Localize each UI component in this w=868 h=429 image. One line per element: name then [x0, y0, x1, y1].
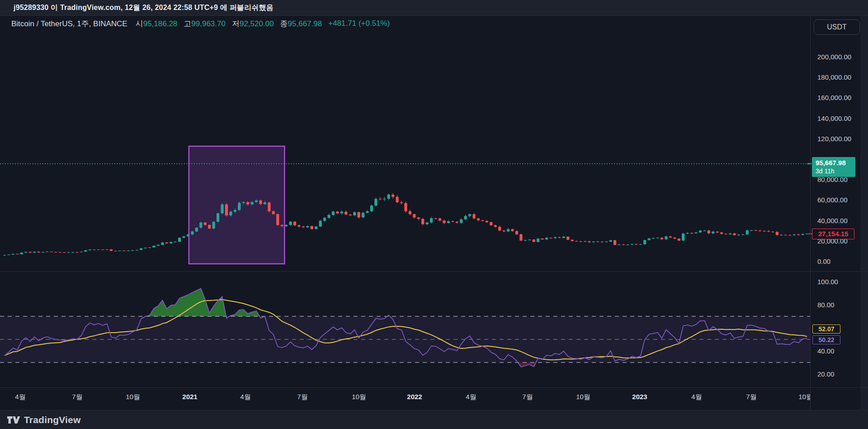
tradingview-brand-text[interactable]: TradingView	[24, 415, 81, 425]
publish-info-bar: j95289330 이 TradingView.com, 12월 26, 202…	[0, 0, 868, 16]
price-axis-label: 0.00	[817, 257, 830, 266]
time-axis-month-label: 10월	[567, 393, 599, 401]
price-axis-label: 120,000.00	[817, 134, 851, 143]
rsi-axis-label: 40.00	[817, 347, 835, 356]
bar-countdown: 3d 11h	[816, 167, 855, 175]
time-axis-month-label: 4월	[681, 393, 712, 401]
time-axis-year-label: 2022	[399, 393, 430, 400]
candlestick-series	[3, 193, 808, 256]
rsi-axis-label: 100.00	[817, 277, 838, 286]
price-axis-label: 40,000.00	[817, 216, 848, 225]
time-axis-month-label: 7월	[736, 393, 767, 401]
time-axis-month-label: 7월	[61, 393, 93, 401]
footer-bar: TradingView	[0, 410, 868, 429]
time-axis-month-label: 7월	[287, 393, 318, 401]
rsi-axis-label: 80.00	[817, 300, 835, 310]
legend-low: 저92,520.00	[232, 19, 274, 29]
time-axis-month-label: 10월	[117, 393, 149, 401]
current-price-tag: 95,667.98 3d 11h	[812, 157, 855, 177]
publish-info-text: j95289330 이 TradingView.com, 12월 26, 202…	[14, 3, 274, 13]
time-axis-month-label: 7월	[512, 393, 543, 401]
last-close-tag: 27,154.15	[812, 229, 854, 239]
legend-close: 종95,667.98	[280, 19, 322, 29]
time-axis-year-label: 2023	[624, 393, 656, 400]
tradingview-logo-icon[interactable]	[7, 415, 20, 425]
price-axis-label: 180,000.00	[817, 73, 851, 82]
time-axis-month-label: 4월	[230, 393, 261, 401]
price-axis-label: 140,000.00	[817, 114, 851, 123]
symbol-legend[interactable]: Bitcoin / TetherUS, 1주, BINANCE 시95,186.…	[11, 18, 390, 29]
tradingview-snapshot: j95289330 이 TradingView.com, 12월 26, 202…	[0, 0, 868, 429]
rsi-axis-label: 20.00	[817, 370, 835, 379]
time-axis-month-label: 10월	[790, 393, 810, 401]
rsi-overbought-fill	[146, 289, 226, 317]
rsi-value-tag: 50.22	[812, 335, 840, 344]
chart-canvas[interactable]	[0, 0, 868, 429]
current-price-value: 95,667.98	[816, 158, 855, 167]
legend-open: 시95,186.28	[136, 19, 178, 29]
rsi-ma-tag: 52.07	[812, 324, 840, 334]
legend-change: +481.71 (+0.51%)	[328, 19, 390, 28]
time-axis-month-label: 10월	[343, 393, 375, 401]
legend-high: 고99,963.70	[184, 19, 226, 29]
symbol-title[interactable]: Bitcoin / TetherUS, 1주, BINANCE	[11, 19, 127, 29]
currency-toggle-button[interactable]: USDT	[814, 19, 860, 35]
time-axis-month-label: 4월	[5, 393, 36, 401]
price-axis-label: 60,000.00	[817, 195, 848, 205]
price-axis-label: 160,000.00	[817, 93, 851, 102]
time-scale[interactable]: 4월7월10월20214월7월10월20224월7월10월20234월7월10월	[0, 387, 810, 410]
time-axis-month-label: 4월	[455, 393, 487, 401]
price-axis-label: 200,000.00	[817, 52, 851, 62]
time-axis-year-label: 2021	[174, 393, 206, 400]
